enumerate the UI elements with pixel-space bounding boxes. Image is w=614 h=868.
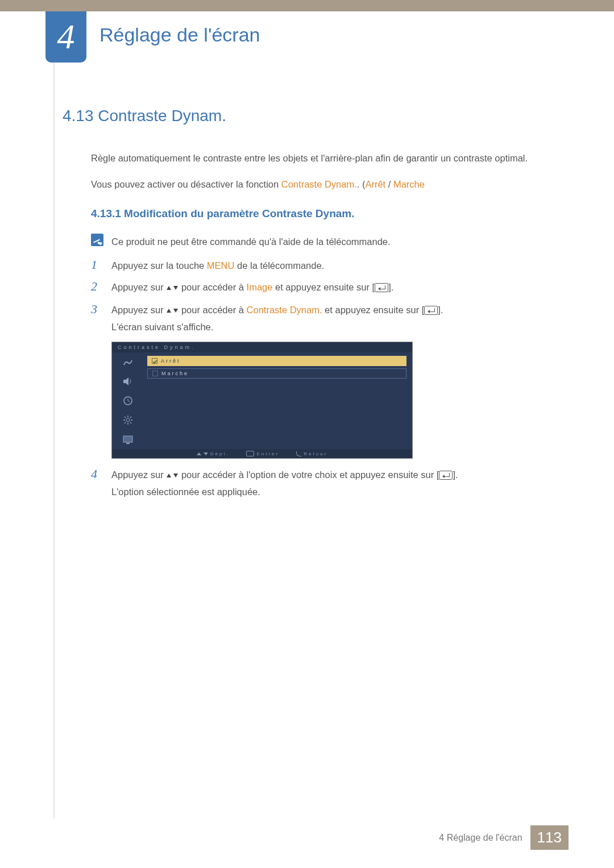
osd-check-icon xyxy=(152,358,157,364)
svg-line-13 xyxy=(125,422,126,423)
osd-footer-return: Retour xyxy=(296,451,327,456)
step3-tail: ]. xyxy=(438,305,443,315)
step3-post: et appuyez ensuite sur [ xyxy=(322,305,425,315)
up-down-arrows-icon xyxy=(166,303,179,319)
step-1: 1 Appuyez sur la touche MENU de la téléc… xyxy=(91,258,569,273)
osd-footer-move: Dépl. xyxy=(197,451,230,456)
section-heading: 4.13 Contraste Dynam. xyxy=(63,107,569,125)
footer-page-number: 113 xyxy=(530,825,569,850)
up-down-arrows-icon xyxy=(166,468,179,484)
step2-post: et appuyez ensuite sur [ xyxy=(272,282,375,292)
up-down-arrows-icon xyxy=(166,280,179,296)
osd-main: Arrêt Marche xyxy=(144,352,412,449)
svg-marker-18 xyxy=(173,474,178,477)
svg-line-12 xyxy=(130,422,131,423)
svg-marker-1 xyxy=(173,286,178,290)
osd-option-marche: Marche xyxy=(147,368,406,379)
step-2: 2 Appuyez sur pour accéder à Image et ap… xyxy=(91,279,569,296)
svg-point-6 xyxy=(126,418,130,422)
step-number: 3 xyxy=(91,302,103,317)
step-text: Appuyez sur pour accéder à Contraste Dyn… xyxy=(111,302,443,335)
osd-clock-icon xyxy=(122,394,134,407)
osd-tv-icon xyxy=(122,433,134,446)
step1-hl-menu: MENU xyxy=(207,260,235,271)
step2-hl-image: Image xyxy=(247,282,273,292)
svg-rect-16 xyxy=(126,443,130,444)
section-intro-2: Vous pouvez activer ou désactiver la fon… xyxy=(91,177,569,192)
section-container: 4.13 Contraste Dynam. Règle automatiquem… xyxy=(63,107,569,505)
step-3: 3 Appuyez sur pour accéder à Contraste D… xyxy=(91,302,569,335)
osd-gear-icon xyxy=(122,414,134,426)
step4-tail: ]. xyxy=(453,470,458,480)
enter-button-icon xyxy=(424,306,438,315)
intro2-mid: . ( xyxy=(357,179,366,189)
page-footer: 4 Réglage de l'écran 113 xyxy=(439,825,569,850)
step4-mid: pour accéder à l'option de votre choix e… xyxy=(179,470,439,480)
intro2-hl-marche: Marche xyxy=(393,179,425,189)
intro2-pre: Vous pouvez activer ou désactiver la fon… xyxy=(91,179,281,189)
osd-footer-return-label: Retour xyxy=(304,451,327,456)
step2-tail: ]. xyxy=(388,282,393,292)
osd-option-label: Marche xyxy=(161,371,189,376)
osd-screenshot: Contraste Dynam. Arrêt Marche xyxy=(111,342,413,459)
note-row: Ce produit ne peut être commandé qu'à l'… xyxy=(91,234,569,250)
step4-line2: L'option sélectionnée est appliquée. xyxy=(111,487,260,497)
svg-line-14 xyxy=(130,417,131,418)
step3-line2: L'écran suivant s'affiche. xyxy=(111,322,213,332)
step-text: Appuyez sur pour accéder à l'option de v… xyxy=(111,467,458,500)
section-intro-1: Règle automatiquement le contraste entre… xyxy=(91,151,569,166)
step4-pre: Appuyez sur xyxy=(111,470,166,480)
enter-button-icon xyxy=(375,283,388,292)
svg-rect-15 xyxy=(123,436,132,442)
step3-pre: Appuyez sur xyxy=(111,305,166,315)
svg-marker-2 xyxy=(167,309,171,313)
intro2-hl-contraste: Contraste Dynam. xyxy=(281,179,357,189)
osd-body: Arrêt Marche xyxy=(112,352,412,449)
osd-footer-enter-label: Entrer xyxy=(256,451,279,456)
svg-marker-0 xyxy=(167,286,171,290)
svg-marker-4 xyxy=(123,377,128,385)
chapter-title: Réglage de l'écran xyxy=(99,24,260,46)
step1-pre: Appuyez sur la touche xyxy=(111,260,207,271)
step2-mid: pour accéder à xyxy=(179,282,246,292)
svg-marker-3 xyxy=(173,309,178,313)
osd-option-label: Arrêt xyxy=(161,358,181,364)
top-decorative-bar xyxy=(0,0,614,11)
footer-chapter-text: 4 Réglage de l'écran xyxy=(439,833,530,843)
subsection-heading: 4.13.1 Modification du paramètre Contras… xyxy=(91,207,569,220)
step-number: 1 xyxy=(91,258,103,272)
left-margin-rule xyxy=(53,11,55,819)
osd-check-icon xyxy=(152,371,158,376)
step-4: 4 Appuyez sur pour accéder à l'option de… xyxy=(91,467,569,500)
step3-hl-contraste: Contraste Dynam. xyxy=(247,305,322,315)
osd-image-icon xyxy=(122,356,134,368)
step3-mid: pour accéder à xyxy=(179,305,246,315)
enter-button-icon xyxy=(439,471,453,480)
svg-marker-17 xyxy=(167,474,171,477)
osd-title: Contraste Dynam. xyxy=(112,342,412,352)
svg-line-11 xyxy=(125,417,126,418)
step2-pre: Appuyez sur xyxy=(111,282,166,292)
step-number: 2 xyxy=(91,279,103,294)
pencil-note-icon xyxy=(91,234,103,246)
step-text: Appuyez sur la touche MENU de la télécom… xyxy=(111,258,324,273)
step-number: 4 xyxy=(91,467,103,481)
intro2-hl-arret: Arrêt xyxy=(365,179,385,189)
osd-footer: Dépl. Entrer Retour xyxy=(112,449,412,458)
osd-sidebar xyxy=(112,352,144,449)
step-text: Appuyez sur pour accéder à Image et appu… xyxy=(111,279,393,296)
chapter-number-tab: 4 xyxy=(45,11,86,63)
osd-option-arret: Arrêt xyxy=(147,356,406,366)
osd-footer-enter: Entrer xyxy=(246,451,279,456)
osd-footer-move-label: Dépl. xyxy=(210,451,230,456)
intro2-sep: / xyxy=(385,179,393,189)
osd-sound-icon xyxy=(122,375,134,388)
note-text: Ce produit ne peut être commandé qu'à l'… xyxy=(111,234,391,250)
step1-post: de la télécommande. xyxy=(234,260,324,271)
